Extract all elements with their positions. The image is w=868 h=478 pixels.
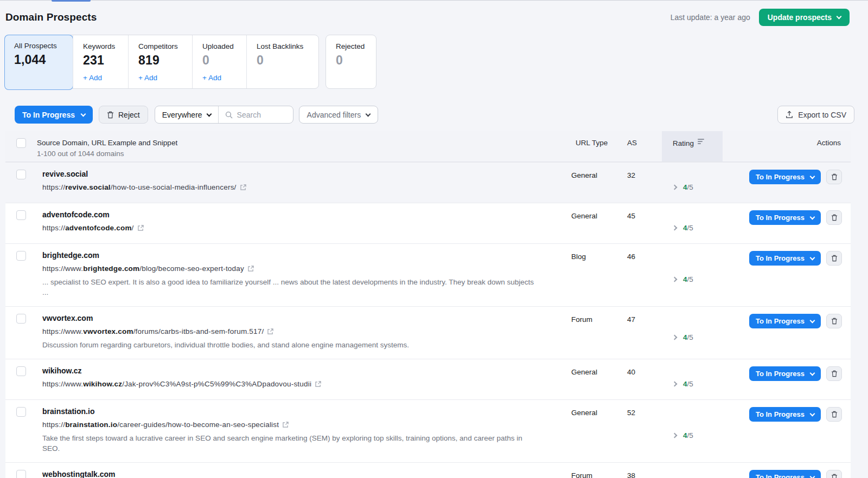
- row-checkbox[interactable]: [16, 366, 26, 376]
- row-status-button[interactable]: To In Progress: [749, 366, 821, 381]
- tab-count: 0: [202, 53, 246, 68]
- add-uploaded-link[interactable]: + Add: [202, 74, 221, 82]
- update-prospects-button[interactable]: Update prospects: [759, 9, 850, 26]
- row-status-label: To In Progress: [756, 173, 805, 181]
- select-all-checkbox[interactable]: [16, 138, 26, 148]
- row-as: 46: [623, 244, 667, 306]
- row-url-type: Forum: [571, 463, 623, 478]
- row-domain: vwvortex.com: [42, 314, 539, 322]
- tab-lost-backlinks[interactable]: Lost Backlinks 0: [246, 35, 318, 88]
- sort-descending-icon[interactable]: [698, 139, 704, 145]
- row-delete-button[interactable]: [826, 251, 842, 266]
- chevron-down-icon: [206, 111, 212, 117]
- search-input[interactable]: [237, 111, 291, 119]
- expand-rating-icon[interactable]: [672, 381, 678, 386]
- tab-competitors[interactable]: Competitors 819 + Add: [128, 35, 192, 88]
- row-url: https://www.vwvortex.com/forums/carbs-it…: [42, 327, 539, 335]
- export-csv-label: Export to CSV: [798, 111, 846, 119]
- url-prefix: https://: [42, 183, 65, 191]
- row-rating: 4/5: [667, 463, 737, 478]
- row-status-label: To In Progress: [756, 473, 805, 478]
- expand-rating-icon[interactable]: [672, 277, 678, 282]
- row-checkbox[interactable]: [16, 170, 26, 179]
- row-status-button[interactable]: To In Progress: [749, 170, 821, 184]
- row-status-button[interactable]: To In Progress: [749, 210, 821, 225]
- trash-icon: [831, 318, 838, 325]
- rating-max: /5: [687, 333, 693, 341]
- row-rating: 4/5: [667, 359, 737, 399]
- row-domain: brightedge.com: [42, 251, 539, 260]
- url-prefix: https://www.: [42, 327, 83, 335]
- bulk-action-button[interactable]: To In Progress: [15, 106, 93, 124]
- row-checkbox[interactable]: [16, 251, 26, 261]
- last-update-text: Last update: a year ago: [671, 13, 750, 22]
- row-as: 40: [623, 359, 667, 399]
- url-path: /how-to-use-social-media-influencers/: [111, 183, 237, 191]
- rating-max: /5: [687, 224, 693, 232]
- row-delete-button[interactable]: [826, 366, 842, 381]
- row-status-button[interactable]: To In Progress: [749, 314, 821, 328]
- row-checkbox[interactable]: [16, 470, 26, 478]
- tab-rejected[interactable]: Rejected 0: [326, 35, 376, 89]
- row-delete-button[interactable]: [826, 314, 842, 328]
- tab-keywords[interactable]: Keywords 231 + Add: [73, 35, 128, 88]
- pagination-summary: 1-100 out of 1044 domains: [37, 150, 571, 158]
- url-prefix: https://: [42, 421, 65, 429]
- tab-all-prospects[interactable]: All Prospects 1,044: [4, 35, 73, 90]
- domain-prospects-page: Domain Prospects Last update: a year ago…: [0, 0, 868, 478]
- external-link-icon[interactable]: [247, 265, 254, 272]
- add-competitors-link[interactable]: + Add: [138, 74, 157, 82]
- rating-max: /5: [687, 380, 693, 388]
- add-keywords-link[interactable]: + Add: [83, 74, 102, 82]
- row-status-button[interactable]: To In Progress: [749, 470, 821, 478]
- external-link-icon[interactable]: [137, 224, 144, 231]
- trash-icon: [831, 370, 838, 377]
- update-prospects-label: Update prospects: [768, 13, 832, 22]
- header-actions-label: Actions: [817, 139, 841, 147]
- tab-label: Competitors: [138, 42, 192, 50]
- row-status-label: To In Progress: [756, 214, 805, 222]
- row-checkbox[interactable]: [16, 210, 26, 220]
- external-link-icon[interactable]: [240, 184, 247, 191]
- row-url-type: General: [571, 203, 623, 243]
- reject-button[interactable]: Reject: [99, 106, 148, 124]
- row-delete-button[interactable]: [826, 210, 842, 225]
- expand-rating-icon[interactable]: [672, 433, 678, 438]
- tab-label: Rejected: [336, 42, 376, 50]
- row-checkbox[interactable]: [16, 314, 26, 324]
- row-as: 52: [623, 400, 667, 462]
- table-header-row: Source Domain, URL Example and Snippet 1…: [5, 131, 851, 162]
- advanced-filters-button[interactable]: Advanced filters: [299, 106, 379, 124]
- table-row: webhostingtalk.com Forum 38 4/5 To In Pr…: [5, 462, 851, 478]
- bulk-action-label: To In Progress: [22, 111, 75, 119]
- expand-rating-icon[interactable]: [672, 225, 678, 230]
- trash-icon: [107, 111, 114, 119]
- page-header: Domain Prospects Last update: a year ago…: [0, 0, 868, 26]
- header-main-label: Source Domain, URL Example and Snippet: [37, 139, 571, 147]
- row-snippet-ellipsis: ...: [42, 287, 539, 298]
- header-url-type[interactable]: URL Type: [571, 131, 623, 162]
- row-delete-button[interactable]: [826, 170, 842, 184]
- tab-uploaded[interactable]: Uploaded 0 + Add: [192, 35, 246, 88]
- url-path: /career-guides/how-to-become-an-seo-spec…: [117, 421, 279, 429]
- row-status-button[interactable]: To In Progress: [749, 407, 821, 422]
- row-delete-button[interactable]: [826, 407, 842, 422]
- external-link-icon[interactable]: [267, 328, 274, 335]
- row-url: https://brainstation.io/career-guides/ho…: [42, 421, 539, 429]
- row-checkbox[interactable]: [16, 407, 26, 417]
- external-link-icon[interactable]: [315, 380, 322, 387]
- row-delete-button[interactable]: [826, 470, 842, 478]
- expand-rating-icon[interactable]: [672, 184, 678, 190]
- row-status-label: To In Progress: [756, 254, 805, 262]
- expand-rating-icon[interactable]: [672, 334, 678, 340]
- chevron-down-icon: [810, 255, 815, 260]
- header-as[interactable]: AS: [623, 131, 667, 162]
- row-status-button[interactable]: To In Progress: [749, 251, 821, 266]
- row-rating: 4/5: [667, 163, 737, 203]
- search-scope-dropdown[interactable]: Everywhere: [155, 106, 219, 123]
- url-domain: brainstation.io: [65, 421, 117, 429]
- table-row: brainstation.io https://brainstation.io/…: [5, 399, 851, 462]
- external-link-icon[interactable]: [282, 421, 289, 428]
- export-csv-button[interactable]: Export to CSV: [777, 106, 854, 124]
- header-rating[interactable]: Rating: [667, 131, 737, 162]
